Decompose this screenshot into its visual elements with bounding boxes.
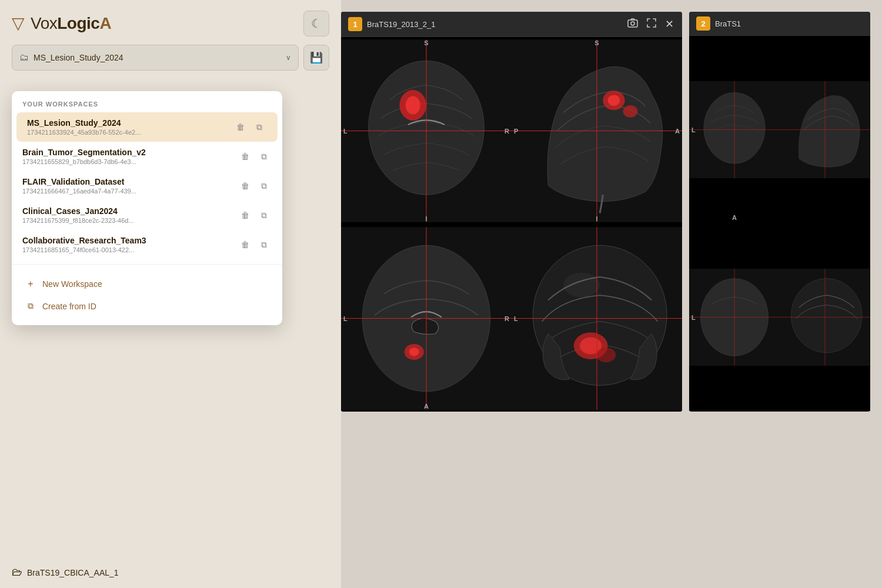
- delete-workspace-0-button[interactable]: 🗑: [233, 119, 248, 135]
- workspace-item-id-2: 1734211666467_16aed4a7-4a77-439...: [22, 188, 233, 195]
- panel-1-badge: 1: [348, 17, 362, 31]
- save-icon: 💾: [310, 51, 323, 64]
- bottom-folder-icon: 🗁: [12, 566, 22, 579]
- panel-2-content: L A: [689, 36, 870, 411]
- save-button[interactable]: 💾: [303, 45, 329, 71]
- svg-point-10: [608, 95, 620, 106]
- workspace-item-0[interactable]: MS_Lesion_Study_2024 1734211633924_45a93…: [16, 112, 278, 142]
- panel-1-content: S I L R: [341, 37, 682, 412]
- label-right-2: R: [505, 315, 509, 322]
- viewer-panel-1: 1 BraTS19_2013_2_1: [341, 12, 682, 412]
- panel-2-header: 2 BraTS1: [689, 12, 870, 36]
- workspace-folder-icon: 🗂: [19, 52, 29, 63]
- copy-workspace-1-button[interactable]: ⧉: [256, 149, 272, 164]
- svg-point-24: [596, 348, 616, 362]
- quadrant-sagittal: S I P A: [512, 37, 682, 225]
- label-ant: A: [424, 403, 429, 410]
- workspace-selector-row: 🗂 MS_Lesion_Study_2024 ∨ 💾: [0, 45, 341, 75]
- panel-1-controls: ✕: [626, 16, 675, 32]
- create-from-id-button[interactable]: ⧉ Create from ID: [22, 296, 272, 316]
- workspace-item-actions-2: 🗑 ⧉: [238, 177, 272, 193]
- svg-point-5: [406, 96, 420, 114]
- label-p2-a: A: [732, 214, 737, 221]
- main-content: 1 BraTS19_2013_2_1: [341, 0, 882, 588]
- workspace-dropdown-panel: YOUR WORKSPACES MS_Lesion_Study_2024 173…: [12, 91, 282, 325]
- delete-workspace-4-button[interactable]: 🗑: [238, 237, 253, 252]
- chevron-down-icon: ∨: [286, 54, 291, 62]
- svg-point-40: [791, 279, 862, 353]
- quadrant-axial-1: L R A: [341, 225, 512, 412]
- panel-1-screenshot-button[interactable]: [626, 17, 639, 31]
- workspace-item-content-3: Clinical_Cases_Jan2024 1734211675399_f81…: [22, 206, 233, 224]
- dropdown-actions: + New Workspace ⧉ Create from ID: [12, 269, 282, 325]
- label-anterior: A: [675, 128, 680, 135]
- bottom-folder-item[interactable]: 🗁 BraTS19_CBICA_AAL_1: [12, 566, 119, 579]
- label-inferior-2: I: [596, 215, 597, 222]
- copy-icon: ⧉: [25, 301, 36, 311]
- workspace-item-actions-4: 🗑 ⧉: [238, 236, 272, 252]
- new-workspace-button[interactable]: + New Workspace: [22, 274, 272, 294]
- create-from-id-label: Create from ID: [42, 302, 96, 311]
- quadrant-coronal: S I L R: [341, 37, 512, 225]
- svg-point-1: [631, 22, 634, 25]
- delete-workspace-1-button[interactable]: 🗑: [238, 149, 253, 164]
- panel2-quadrant-3d: [780, 223, 870, 411]
- label-left-3d: L: [514, 315, 518, 322]
- dropdown-divider: [12, 264, 282, 265]
- copy-workspace-0-button[interactable]: ⧉: [252, 119, 267, 135]
- workspace-item-3[interactable]: Clinical_Cases_Jan2024 1734211675399_f81…: [12, 201, 282, 230]
- panel2-quadrant-sagittal: [780, 36, 870, 223]
- label-right: R: [505, 128, 509, 135]
- workspace-item-content-0: MS_Lesion_Study_2024 1734211633924_45a93…: [27, 118, 228, 136]
- panel-2-badge: 2: [696, 16, 710, 31]
- panel2-quadrant-coronal: L A: [689, 36, 780, 223]
- copy-workspace-4-button[interactable]: ⧉: [256, 237, 272, 252]
- workspace-item-id-3: 1734211675399_f818ce2c-2323-46d...: [22, 217, 233, 224]
- label-superior-2: S: [594, 39, 599, 46]
- copy-workspace-3-button[interactable]: ⧉: [256, 208, 272, 223]
- workspace-item-2[interactable]: FLAIR_Validation_Dataset 1734211666467_1…: [12, 171, 282, 201]
- app-title: VoxLogicA: [31, 14, 111, 33]
- panel-1-fullscreen-button[interactable]: [645, 16, 658, 32]
- label-left: L: [343, 128, 348, 135]
- label-superior: S: [424, 39, 428, 46]
- quadrant-3d: L: [512, 225, 682, 412]
- sidebar: ▽ VoxLogicA ☾ 🗂 MS_Lesion_Study_2024 ∨ 💾…: [0, 0, 341, 588]
- label-p2-l: L: [691, 126, 696, 133]
- label-inferior: I: [425, 215, 427, 222]
- workspace-item-content-4: Collaborative_Research_Team3 17342116851…: [22, 236, 233, 253]
- panel-1-close-button[interactable]: ✕: [664, 16, 675, 32]
- svg-point-11: [623, 105, 638, 118]
- workspace-item-name-0: MS_Lesion_Study_2024: [27, 118, 228, 128]
- workspace-item-actions-3: 🗑 ⧉: [238, 206, 272, 223]
- panel-2-title: BraTS1: [715, 19, 863, 28]
- bottom-folder-label: BraTS19_CBICA_AAL_1: [27, 568, 119, 577]
- copy-workspace-2-button[interactable]: ⧉: [256, 178, 272, 193]
- label-p2-l2: L: [691, 314, 696, 321]
- workspace-item-id-0: 1734211633924_45a93b76-552c-4e2...: [27, 129, 228, 136]
- workspace-item-1[interactable]: Brain_Tumor_Segmentation_v2 173421165582…: [12, 142, 282, 171]
- workspaces-section-title: YOUR WORKSPACES: [12, 91, 282, 112]
- workspace-dropdown-trigger[interactable]: 🗂 MS_Lesion_Study_2024 ∨: [12, 45, 299, 71]
- delete-workspace-3-button[interactable]: 🗑: [238, 208, 253, 223]
- label-left-2: L: [343, 315, 348, 322]
- viewer-panels: 1 BraTS19_2013_2_1: [341, 12, 870, 576]
- viewer-panel-2: 2 BraTS1 L A: [689, 12, 870, 412]
- panel2-quadrant-axial: L: [689, 223, 780, 411]
- svg-point-17: [409, 348, 419, 356]
- panel-1-header: 1 BraTS19_2013_2_1: [341, 12, 682, 37]
- svg-rect-0: [628, 20, 637, 27]
- panel-1-title: BraTS19_2013_2_1: [367, 20, 622, 29]
- sidebar-bottom: 🗁 BraTS19_CBICA_AAL_1: [0, 557, 341, 588]
- plus-icon: +: [25, 279, 36, 289]
- workspace-item-actions-0: 🗑 ⧉: [233, 118, 267, 135]
- current-workspace-name: MS_Lesion_Study_2024: [34, 53, 281, 62]
- workspace-item-content-1: Brain_Tumor_Segmentation_v2 173421165582…: [22, 148, 233, 165]
- dark-mode-button[interactable]: ☾: [303, 11, 329, 36]
- label-posterior: P: [514, 128, 518, 135]
- delete-workspace-2-button[interactable]: 🗑: [238, 178, 253, 193]
- workspace-item-4[interactable]: Collaborative_Research_Team3 17342116851…: [12, 230, 282, 259]
- workspace-item-name-1: Brain_Tumor_Segmentation_v2: [22, 148, 233, 157]
- workspace-item-name-2: FLAIR_Validation_Dataset: [22, 177, 233, 186]
- workspace-item-actions-1: 🗑 ⧉: [238, 148, 272, 164]
